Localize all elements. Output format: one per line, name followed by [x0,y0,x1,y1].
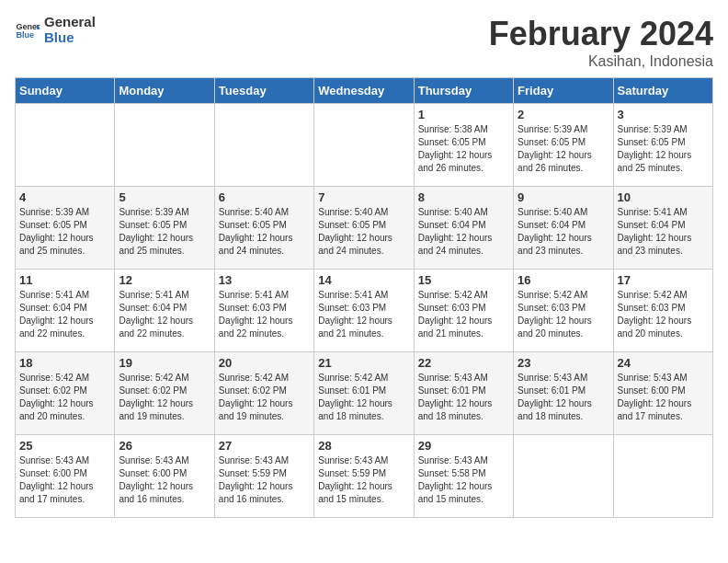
calendar-week-2: 4Sunrise: 5:39 AM Sunset: 6:05 PM Daylig… [16,187,713,270]
day-number: 8 [418,190,509,204]
calendar-cell: 5Sunrise: 5:39 AM Sunset: 6:05 PM Daylig… [115,187,214,270]
day-number: 24 [618,356,709,370]
day-info: Sunrise: 5:42 AM Sunset: 6:03 PM Dayligh… [418,289,509,340]
day-number: 7 [318,190,409,204]
calendar-cell: 14Sunrise: 5:41 AM Sunset: 6:03 PM Dayli… [314,270,414,352]
day-info: Sunrise: 5:43 AM Sunset: 5:59 PM Dayligh… [219,454,310,506]
calendar-cell: 26Sunrise: 5:43 AM Sunset: 6:00 PM Dayli… [115,435,214,518]
day-number: 28 [318,439,409,453]
logo-line1: General [44,15,96,30]
day-info: Sunrise: 5:40 AM Sunset: 6:04 PM Dayligh… [518,206,609,258]
calendar-cell [115,104,214,187]
calendar-header-row: SundayMondayTuesdayWednesdayThursdayFrid… [16,78,713,104]
calendar-cell: 4Sunrise: 5:39 AM Sunset: 6:05 PM Daylig… [16,187,115,270]
day-info: Sunrise: 5:43 AM Sunset: 6:01 PM Dayligh… [518,372,609,423]
day-number: 22 [418,356,509,370]
calendar-cell: 23Sunrise: 5:43 AM Sunset: 6:01 PM Dayli… [514,352,613,435]
calendar-week-4: 18Sunrise: 5:42 AM Sunset: 6:02 PM Dayli… [16,352,713,435]
day-info: Sunrise: 5:40 AM Sunset: 6:05 PM Dayligh… [219,206,310,258]
day-number: 20 [219,356,310,370]
calendar-cell: 25Sunrise: 5:43 AM Sunset: 6:00 PM Dayli… [16,435,115,518]
day-info: Sunrise: 5:42 AM Sunset: 6:02 PM Dayligh… [119,372,210,423]
day-number: 21 [318,356,409,370]
day-number: 29 [418,439,509,453]
calendar-cell: 19Sunrise: 5:42 AM Sunset: 6:02 PM Dayli… [115,352,214,435]
calendar-week-1: 1Sunrise: 5:38 AM Sunset: 6:05 PM Daylig… [16,104,713,187]
day-info: Sunrise: 5:41 AM Sunset: 6:04 PM Dayligh… [119,289,210,340]
day-number: 25 [19,439,110,453]
calendar-cell [214,104,313,187]
day-info: Sunrise: 5:42 AM Sunset: 6:02 PM Dayligh… [19,372,110,423]
header: General Blue General Blue February 2024 … [15,15,713,70]
day-info: Sunrise: 5:43 AM Sunset: 6:00 PM Dayligh… [19,454,110,506]
calendar-cell: 12Sunrise: 5:41 AM Sunset: 6:04 PM Dayli… [115,270,214,352]
day-number: 9 [518,190,609,204]
weekday-header-thursday: Thursday [414,78,513,104]
day-info: Sunrise: 5:41 AM Sunset: 6:04 PM Dayligh… [618,206,709,258]
calendar-week-5: 25Sunrise: 5:43 AM Sunset: 6:00 PM Dayli… [16,435,713,518]
day-info: Sunrise: 5:43 AM Sunset: 5:59 PM Dayligh… [318,454,409,506]
day-info: Sunrise: 5:40 AM Sunset: 6:05 PM Dayligh… [318,206,409,258]
day-number: 26 [119,439,210,453]
day-number: 14 [318,273,409,287]
calendar-cell [314,104,414,187]
calendar-cell: 3Sunrise: 5:39 AM Sunset: 6:05 PM Daylig… [613,104,712,187]
calendar-cell: 18Sunrise: 5:42 AM Sunset: 6:02 PM Dayli… [16,352,115,435]
calendar-cell: 29Sunrise: 5:43 AM Sunset: 5:58 PM Dayli… [414,435,513,518]
day-info: Sunrise: 5:38 AM Sunset: 6:05 PM Dayligh… [418,123,509,175]
logo-icon: General Blue [15,17,40,43]
calendar-cell: 17Sunrise: 5:42 AM Sunset: 6:03 PM Dayli… [613,270,712,352]
calendar-cell: 2Sunrise: 5:39 AM Sunset: 6:05 PM Daylig… [514,104,613,187]
day-info: Sunrise: 5:40 AM Sunset: 6:04 PM Dayligh… [418,206,509,258]
day-number: 6 [219,190,310,204]
day-number: 15 [418,273,509,287]
day-number: 10 [618,190,709,204]
location: Kasihan, Indonesia [489,53,713,70]
day-info: Sunrise: 5:41 AM Sunset: 6:04 PM Dayligh… [19,289,110,340]
calendar-cell: 21Sunrise: 5:42 AM Sunset: 6:01 PM Dayli… [314,352,414,435]
day-info: Sunrise: 5:43 AM Sunset: 6:01 PM Dayligh… [418,372,509,423]
calendar-cell: 22Sunrise: 5:43 AM Sunset: 6:01 PM Dayli… [414,352,513,435]
title-area: February 2024 Kasihan, Indonesia [489,15,713,70]
day-number: 3 [618,108,709,121]
logo: General Blue General Blue [15,15,96,45]
day-info: Sunrise: 5:41 AM Sunset: 6:03 PM Dayligh… [318,289,409,340]
weekday-header-tuesday: Tuesday [214,78,313,104]
day-number: 11 [19,273,110,287]
calendar-cell: 1Sunrise: 5:38 AM Sunset: 6:05 PM Daylig… [414,104,513,187]
calendar-cell: 15Sunrise: 5:42 AM Sunset: 6:03 PM Dayli… [414,270,513,352]
day-info: Sunrise: 5:42 AM Sunset: 6:03 PM Dayligh… [618,289,709,340]
svg-text:Blue: Blue [16,30,34,40]
calendar-cell: 11Sunrise: 5:41 AM Sunset: 6:04 PM Dayli… [16,270,115,352]
day-info: Sunrise: 5:39 AM Sunset: 6:05 PM Dayligh… [518,123,609,175]
day-number: 18 [19,356,110,370]
calendar-cell [16,104,115,187]
calendar-cell: 10Sunrise: 5:41 AM Sunset: 6:04 PM Dayli… [613,187,712,270]
day-number: 4 [19,190,110,204]
day-info: Sunrise: 5:39 AM Sunset: 6:05 PM Dayligh… [618,123,709,175]
day-number: 5 [119,190,210,204]
day-info: Sunrise: 5:41 AM Sunset: 6:03 PM Dayligh… [219,289,310,340]
weekday-header-monday: Monday [115,78,214,104]
calendar-cell [613,435,712,518]
calendar-body: 1Sunrise: 5:38 AM Sunset: 6:05 PM Daylig… [16,104,713,518]
day-info: Sunrise: 5:43 AM Sunset: 6:00 PM Dayligh… [618,372,709,423]
month-year: February 2024 [489,15,713,53]
day-number: 17 [618,273,709,287]
day-number: 27 [219,439,310,453]
calendar-cell [514,435,613,518]
day-number: 16 [518,273,609,287]
day-info: Sunrise: 5:42 AM Sunset: 6:03 PM Dayligh… [518,289,609,340]
day-number: 2 [518,108,609,121]
calendar-cell: 28Sunrise: 5:43 AM Sunset: 5:59 PM Dayli… [314,435,414,518]
weekday-header-sunday: Sunday [16,78,115,104]
logo-line2: Blue [44,30,96,46]
day-number: 12 [119,273,210,287]
weekday-header-saturday: Saturday [613,78,712,104]
calendar-cell: 27Sunrise: 5:43 AM Sunset: 5:59 PM Dayli… [214,435,313,518]
calendar-cell: 13Sunrise: 5:41 AM Sunset: 6:03 PM Dayli… [214,270,313,352]
calendar-table: SundayMondayTuesdayWednesdayThursdayFrid… [15,77,713,518]
calendar-cell: 16Sunrise: 5:42 AM Sunset: 6:03 PM Dayli… [514,270,613,352]
day-info: Sunrise: 5:39 AM Sunset: 6:05 PM Dayligh… [119,206,210,258]
calendar-cell: 20Sunrise: 5:42 AM Sunset: 6:02 PM Dayli… [214,352,313,435]
